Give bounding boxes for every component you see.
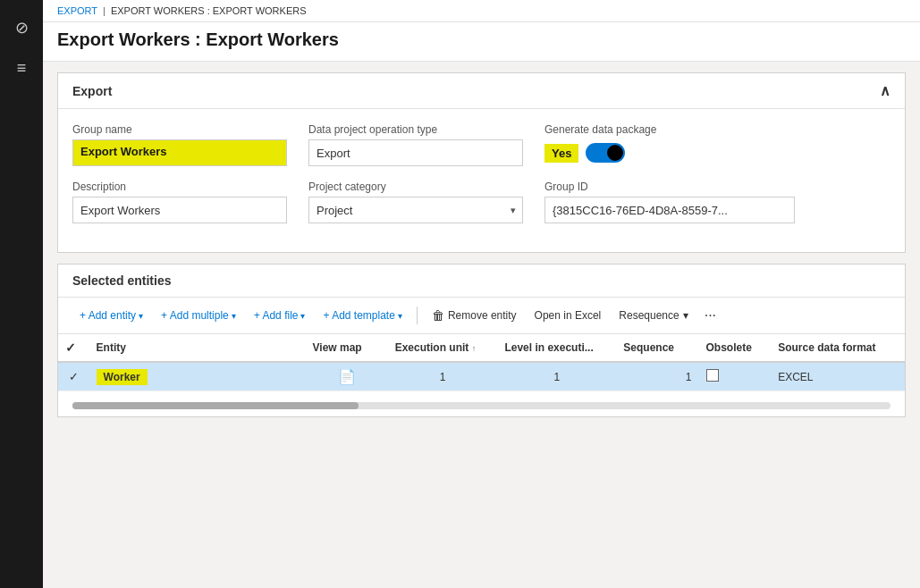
- entity-name-label: Worker: [97, 369, 148, 385]
- breadcrumb: EXPORT | EXPORT WORKERS : EXPORT WORKERS: [43, 0, 920, 22]
- data-project-label: Data project operation type: [308, 123, 523, 136]
- add-multiple-label: + Add multiple: [161, 309, 229, 322]
- remove-entity-button[interactable]: 🗑 Remove entity: [425, 305, 524, 326]
- export-card-title: Export: [72, 84, 112, 98]
- toggle-container: Yes: [544, 139, 890, 166]
- horizontal-scrollbar[interactable]: [72, 402, 890, 409]
- sequence-cell: 1: [616, 362, 698, 391]
- level-execution-cell: 1: [497, 362, 616, 391]
- resequence-label: Resequence: [619, 309, 679, 322]
- table-header-row: ✓ Entity View map Execution unit ↑ Level…: [58, 334, 905, 362]
- group-name-label: Group name: [72, 123, 287, 136]
- page-title: Export Workers : Export Workers: [57, 29, 906, 50]
- view-map-cell[interactable]: 📄: [306, 362, 388, 391]
- trash-icon: 🗑: [432, 308, 444, 323]
- add-entity-chevron: ▾: [139, 311, 143, 321]
- th-source[interactable]: Source data format: [771, 334, 905, 362]
- add-file-chevron: ▾: [300, 311, 305, 321]
- description-field: Description: [72, 181, 287, 223]
- scrollbar-area: [58, 391, 905, 416]
- breadcrumb-separator: |: [103, 5, 106, 16]
- data-project-input[interactable]: [308, 139, 523, 166]
- entities-card: Selected entities + Add entity ▾ + Add m…: [57, 264, 906, 417]
- th-sequence[interactable]: Sequence: [616, 334, 698, 362]
- add-multiple-button[interactable]: + Add multiple ▾: [154, 306, 243, 325]
- source-data-format-cell: EXCEL: [771, 362, 905, 391]
- form-row-2: Description Project category Project Gro…: [72, 181, 890, 223]
- table-header: ✓ Entity View map Execution unit ↑ Level…: [58, 334, 905, 362]
- remove-entity-label: Remove entity: [448, 309, 517, 322]
- collapse-button[interactable]: ∧: [880, 82, 890, 99]
- header-check-icon: ✓: [65, 340, 76, 355]
- resequence-button[interactable]: Resequence ▾: [612, 306, 695, 325]
- th-entity[interactable]: Entity: [89, 334, 306, 362]
- scrollbar-thumb[interactable]: [72, 402, 359, 409]
- page-title-bar: Export Workers : Export Workers: [43, 22, 920, 62]
- resequence-chevron: ▾: [683, 309, 688, 322]
- open-excel-button[interactable]: Open in Excel: [528, 306, 609, 325]
- form-row-1: Group name Export Workers Data project o…: [72, 123, 890, 166]
- project-category-label: Project category: [308, 181, 523, 193]
- obsolete-checkbox[interactable]: [706, 369, 719, 382]
- add-entity-button[interactable]: + Add entity ▾: [72, 306, 150, 325]
- toggle-switch[interactable]: [586, 143, 625, 163]
- sort-icon: ↑: [472, 344, 477, 353]
- group-name-field: Group name Export Workers: [72, 123, 287, 166]
- project-category-field: Project category Project: [308, 181, 523, 223]
- breadcrumb-export-link[interactable]: EXPORT: [57, 5, 97, 16]
- content-area: Export ∧ Group name Export Workers Data …: [43, 62, 920, 588]
- th-obsolete[interactable]: Obsolete: [699, 334, 772, 362]
- add-template-chevron: ▾: [398, 311, 402, 321]
- export-card-body: Group name Export Workers Data project o…: [58, 109, 905, 252]
- description-label: Description: [72, 181, 287, 193]
- generate-package-field: Generate data package Yes: [544, 123, 890, 166]
- obsolete-cell: [699, 362, 772, 391]
- th-viewmap[interactable]: View map: [306, 334, 388, 362]
- add-file-label: + Add file: [254, 309, 299, 322]
- group-id-input[interactable]: [544, 197, 795, 223]
- toolbar-separator: [417, 307, 418, 324]
- add-template-button[interactable]: + Add template ▾: [316, 306, 409, 325]
- entities-table: ✓ Entity View map Execution unit ↑ Level…: [58, 334, 905, 391]
- group-id-field: Group ID: [544, 181, 890, 223]
- data-project-field: Data project operation type: [308, 123, 523, 166]
- table-body: ✓ Worker 📄 1 1 1: [58, 362, 905, 391]
- add-multiple-chevron: ▾: [232, 311, 236, 321]
- check-mark-icon: ✓: [69, 370, 79, 383]
- th-levelexec[interactable]: Level in executi...: [497, 334, 616, 362]
- description-input[interactable]: [72, 197, 287, 223]
- add-template-label: + Add template: [323, 309, 394, 322]
- filter-icon[interactable]: ⊘: [0, 7, 43, 48]
- table-row[interactable]: ✓ Worker 📄 1 1 1: [58, 362, 905, 391]
- add-file-button[interactable]: + Add file ▾: [247, 306, 313, 325]
- view-map-icon[interactable]: 📄: [338, 369, 356, 384]
- toggle-yes-label: Yes: [544, 144, 578, 163]
- export-card-header: Export ∧: [58, 73, 905, 109]
- generate-label: Generate data package: [544, 123, 890, 136]
- add-entity-label: + Add entity: [80, 309, 136, 322]
- group-id-label: Group ID: [544, 181, 890, 193]
- more-options-button[interactable]: ···: [699, 306, 722, 325]
- entities-card-header: Selected entities: [58, 265, 905, 298]
- open-excel-label: Open in Excel: [535, 309, 602, 322]
- project-category-select[interactable]: Project: [308, 197, 523, 223]
- th-check: ✓: [58, 334, 89, 362]
- menu-icon[interactable]: ≡: [0, 48, 43, 88]
- th-execunit[interactable]: Execution unit ↑: [388, 334, 498, 362]
- entities-table-wrapper: ✓ Entity View map Execution unit ↑ Level…: [58, 334, 905, 391]
- execution-unit-cell: 1: [388, 362, 498, 391]
- row-check: ✓: [58, 362, 89, 391]
- entities-toolbar: + Add entity ▾ + Add multiple ▾ + Add fi…: [58, 298, 905, 334]
- export-card: Export ∧ Group name Export Workers Data …: [57, 72, 906, 253]
- project-category-wrapper: Project: [308, 197, 523, 223]
- sidebar: ⊘ ≡: [0, 0, 43, 588]
- entity-cell: Worker: [89, 362, 306, 391]
- main-content: EXPORT | EXPORT WORKERS : EXPORT WORKERS…: [43, 0, 920, 588]
- breadcrumb-path: EXPORT WORKERS : EXPORT WORKERS: [111, 5, 307, 16]
- group-name-input[interactable]: Export Workers: [72, 139, 287, 166]
